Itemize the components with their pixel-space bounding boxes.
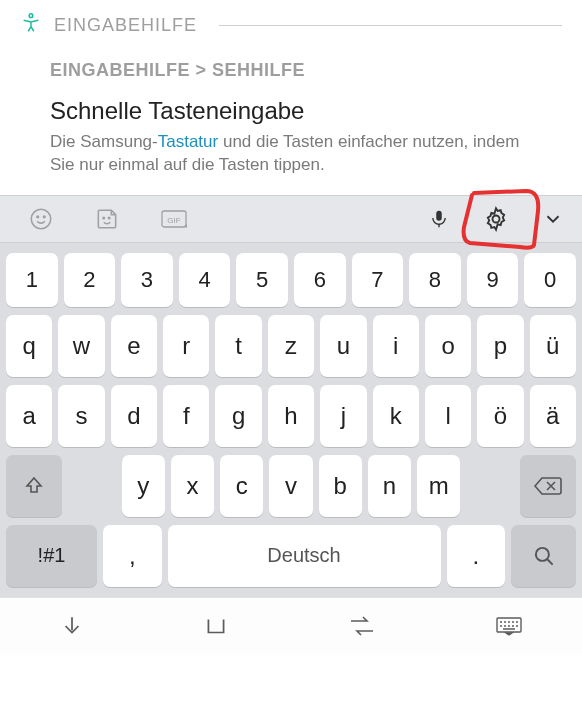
key-9[interactable]: 9 [467,253,519,307]
shift-key[interactable] [6,455,62,517]
nav-recent-icon[interactable] [203,613,229,639]
divider [219,25,562,26]
chevron-down-icon[interactable] [542,208,564,230]
key-t[interactable]: t [215,315,261,377]
svg-point-3 [43,216,45,218]
key-row-2: q w e r t z u i o p ü [6,315,576,377]
key-4[interactable]: 4 [179,253,231,307]
symbols-key[interactable]: !#1 [6,525,97,587]
key-m[interactable]: m [417,455,460,517]
svg-point-9 [535,548,548,561]
space-key[interactable]: Deutsch [168,525,441,587]
key-r[interactable]: r [163,315,209,377]
period-key[interactable]: . [447,525,506,587]
backspace-key[interactable] [520,455,576,517]
content: Schnelle Tasteneingabe Die Samsung-Tasta… [0,91,582,195]
content-description: Die Samsung-Tastatur und die Tasten einf… [50,131,532,177]
key-row-4: y x c v b n m [6,455,576,517]
desc-text: Die Samsung- [50,132,158,151]
key-0[interactable]: 0 [524,253,576,307]
key-g[interactable]: g [215,385,261,447]
accessibility-icon [20,12,42,38]
key-p[interactable]: p [477,315,523,377]
settings-icon[interactable] [482,205,510,233]
key-o[interactable]: o [425,315,471,377]
gif-icon[interactable]: GIF [160,206,190,232]
key-1[interactable]: 1 [6,253,58,307]
key-oe[interactable]: ö [477,385,523,447]
key-l[interactable]: l [425,385,471,447]
svg-point-1 [31,209,51,229]
svg-text:GIF: GIF [167,216,180,225]
screen: EINGABEHILFE EINGABEHILFE > SEHHILFE Sch… [0,0,582,707]
key-n[interactable]: n [368,455,411,517]
header-title: EINGABEHILFE [54,15,197,36]
svg-point-2 [37,216,39,218]
key-8[interactable]: 8 [409,253,461,307]
search-key[interactable] [511,525,576,587]
breadcrumb: EINGABEHILFE > SEHHILFE [0,46,582,91]
key-a[interactable]: a [6,385,52,447]
key-d[interactable]: d [111,385,157,447]
tastatur-link[interactable]: Tastatur [158,132,218,151]
key-f[interactable]: f [163,385,209,447]
key-row-5: !#1 , Deutsch . [6,525,576,587]
key-row-1: 1 2 3 4 5 6 7 8 9 0 [6,253,576,307]
key-2[interactable]: 2 [64,253,116,307]
key-5[interactable]: 5 [236,253,288,307]
nav-switch-icon[interactable] [347,615,377,637]
nav-hide-keyboard-icon[interactable] [59,613,85,639]
key-7[interactable]: 7 [352,253,404,307]
svg-point-0 [29,14,33,18]
key-j[interactable]: j [320,385,366,447]
mic-icon[interactable] [428,205,450,233]
svg-point-5 [108,217,110,219]
key-z[interactable]: z [268,315,314,377]
key-s[interactable]: s [58,385,104,447]
key-ue[interactable]: ü [530,315,576,377]
key-ae[interactable]: ä [530,385,576,447]
sticker-icon[interactable] [94,206,120,232]
keyboard-toolbar: GIF [0,195,582,243]
key-q[interactable]: q [6,315,52,377]
svg-rect-10 [497,618,521,632]
key-3[interactable]: 3 [121,253,173,307]
key-6[interactable]: 6 [294,253,346,307]
key-h[interactable]: h [268,385,314,447]
key-k[interactable]: k [373,385,419,447]
nav-keyboard-icon[interactable] [495,615,523,637]
comma-key[interactable]: , [103,525,162,587]
key-b[interactable]: b [319,455,362,517]
keyboard: 1 2 3 4 5 6 7 8 9 0 q w e r t z u i o p … [0,243,582,597]
key-e[interactable]: e [111,315,157,377]
navbar [0,597,582,655]
emoji-icon[interactable] [28,206,54,232]
svg-point-8 [493,215,500,222]
key-row-3: a s d f g h j k l ö ä [6,385,576,447]
header: EINGABEHILFE [0,0,582,46]
key-c[interactable]: c [220,455,263,517]
key-u[interactable]: u [320,315,366,377]
key-x[interactable]: x [171,455,214,517]
key-i[interactable]: i [373,315,419,377]
key-w[interactable]: w [58,315,104,377]
svg-point-4 [103,217,105,219]
key-y[interactable]: y [122,455,165,517]
key-v[interactable]: v [269,455,312,517]
content-title: Schnelle Tasteneingabe [50,97,532,125]
